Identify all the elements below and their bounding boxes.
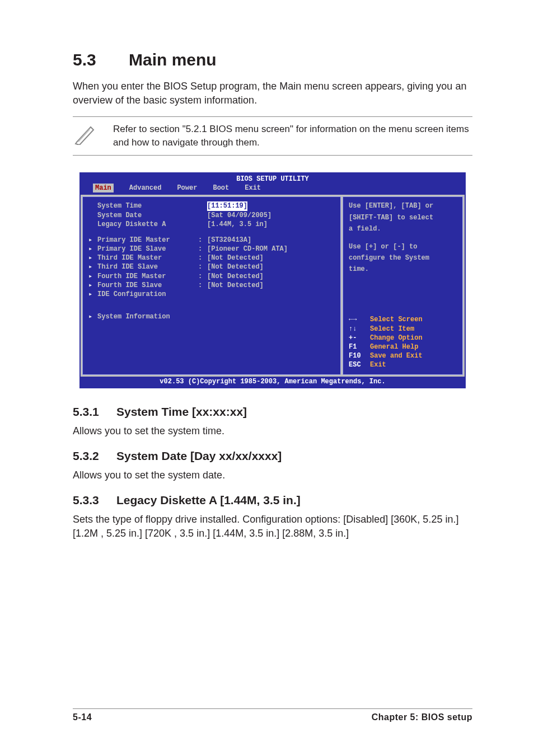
bios-row-sysinfo: ▸System Information	[88, 312, 335, 321]
intro-paragraph: When you enter the BIOS Setup program, t…	[73, 79, 472, 107]
bios-row-ide-config: ▸IDE Configuration	[88, 290, 335, 299]
bios-key-row: +-Change Option	[349, 334, 458, 342]
chapter-label: Chapter 5: BIOS setup	[372, 712, 472, 722]
section-body: Allows you to set the system date.	[73, 468, 472, 482]
bios-menu-boot: Boot	[213, 184, 229, 192]
bios-help-line: time.	[349, 265, 458, 274]
section-body: Sets the type of floppy drive installed.…	[73, 513, 472, 541]
heading-number: 5.3	[73, 50, 129, 69]
bios-row-ide: ▸Fourth IDE Master:[Not Detected]	[88, 272, 335, 281]
section-heading-532: 5.3.2System Date [Day xx/xx/xxxx]	[73, 449, 472, 463]
bios-selected-value: [11:51:19]	[207, 201, 247, 210]
bios-row-ide: ▸Third IDE Master:[Not Detected]	[88, 253, 335, 262]
note-text: Refer to section "5.2.1 BIOS menu screen…	[113, 123, 472, 149]
heading-title: Main menu	[129, 50, 217, 69]
bios-help-line: [SHIFT-TAB] to select	[349, 213, 458, 222]
page-footer: 5-14 Chapter 5: BIOS setup	[73, 708, 472, 722]
bios-title: BIOS SETUP UTILITY	[81, 173, 465, 184]
bios-row-system-date: System Date [Sat 04/09/2005]	[88, 211, 335, 220]
note-box: Refer to section "5.2.1 BIOS menu screen…	[73, 116, 472, 156]
bios-key-row: F10Save and Exit	[349, 351, 458, 360]
bios-right-panel: Use [ENTER], [TAB] or [SHIFT-TAB] to sel…	[343, 196, 463, 374]
bios-row-ide: ▸Fourth IDE Slave:[Not Detected]	[88, 281, 335, 290]
bios-menu-exit: Exit	[245, 184, 261, 192]
bios-menu-power: Power	[177, 184, 197, 192]
section-heading-533: 5.3.3Legacy Diskette A [1.44M, 3.5 in.]	[73, 494, 472, 507]
bios-row-ide: ▸Third IDE Slave:[Not Detected]	[88, 262, 335, 271]
bios-key-row: ←→Select Screen	[349, 315, 458, 324]
bios-row-ide: ▸Primary IDE Slave:[Pioneer CD-ROM ATA]	[88, 245, 335, 253]
bios-row-diskette: Legacy Diskette A [1.44M, 3.5 in]	[88, 220, 335, 229]
bios-row-ide: ▸Primary IDE Master:[ST320413A]	[88, 236, 335, 245]
section-body: Allows you to set the system time.	[73, 424, 472, 438]
bios-row-system-time: System Time [11:51:19]	[88, 201, 335, 210]
bios-help-line: Use [ENTER], [TAB] or	[349, 201, 458, 210]
bios-key-row: ESCExit	[349, 360, 458, 369]
bios-menu-main: Main	[93, 184, 114, 192]
bios-help-line: configure the System	[349, 253, 458, 262]
bios-screenshot: BIOS SETUP UTILITY Main Advanced Power B…	[79, 172, 466, 388]
section-heading-531: 5.3.1System Time [xx:xx:xx]	[73, 405, 472, 419]
bios-help-line: a field.	[349, 224, 458, 233]
page-number: 5-14	[73, 712, 92, 722]
bios-key-row: F1General Help	[349, 342, 458, 351]
bios-help-line: Use [+] or [-] to	[349, 242, 458, 251]
note-icon	[74, 123, 96, 145]
bios-menu-bar: Main Advanced Power Boot Exit	[81, 184, 465, 195]
bios-key-row: ↑↓Select Item	[349, 325, 458, 334]
bios-footer: v02.53 (C)Copyright 1985-2003, American …	[81, 377, 465, 387]
page-heading: 5.3Main menu	[73, 50, 472, 69]
bios-menu-advanced: Advanced	[129, 184, 162, 192]
bios-left-panel: System Time [11:51:19] System Date [Sat …	[82, 196, 341, 374]
